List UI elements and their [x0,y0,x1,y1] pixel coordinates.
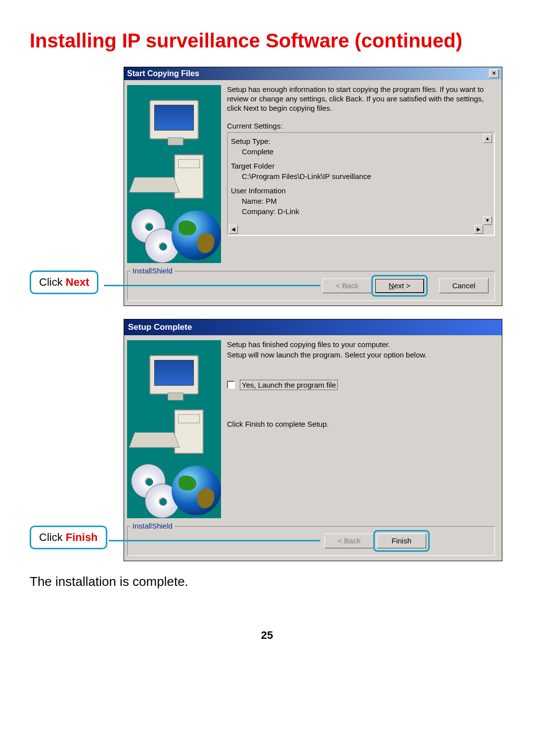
monitor-icon [149,100,199,139]
finish-label: Finish [392,536,411,545]
installer-graphic [127,85,221,263]
callout-finish: Click Finish [30,526,107,549]
close-icon[interactable]: × [489,69,499,78]
next-rest: ext > [394,281,410,290]
titlebar-start-copying: Start Copying Files × [124,67,502,80]
scroll-down-icon[interactable]: ▼ [483,216,492,225]
next-button[interactable]: Next > [375,278,424,293]
back-button[interactable]: < Back [324,534,374,548]
callout-col-next: Click Next [30,67,124,306]
intro-text: Setup has enough information to start co… [227,85,495,113]
monitor-icon [149,355,199,395]
scroll-right-icon[interactable]: ▶ [474,225,483,234]
keyboard-icon [129,177,179,192]
footer-text: The installation is complete. [30,574,504,589]
scroll-left-icon[interactable]: ◀ [229,225,238,234]
dialog1-body: Setup has enough information to start co… [124,80,502,266]
installer-graphic [127,340,221,518]
dialog2-body: Setup has finished copying files to your… [124,335,502,521]
user-info-label: User Information [231,185,480,196]
finish-button[interactable]: Finish [377,534,426,548]
cancel-button[interactable]: Cancel [439,278,489,293]
callout-finish-action: Finish [66,531,98,543]
next-underline: N [389,281,394,290]
dialog-start-copying: Start Copying Files × Setup has enough i… [124,67,502,306]
settings-label: Current Settings: [227,122,495,130]
scroll-up-icon[interactable]: ▲ [483,134,492,143]
title-text: Setup Complete [128,322,192,332]
scrollbar-vertical[interactable]: ▲ ▼ [483,134,493,225]
settings-inner: Setup Type: Complete Target Folder C:\Pr… [231,136,491,232]
callout-col-finish: Click Finish [30,319,124,561]
finish-hint: Click Finish to complete Setup. [227,420,495,428]
row-start-copying: Click Next Start Copying Files × Setup h… [30,67,504,306]
callout-finish-prefix: Click [39,531,66,543]
page-number: 25 [30,629,504,642]
target-folder-value: C:\Program Files\D-Link\IP surveillance [242,171,480,181]
title-text: Start Copying Files [127,69,199,78]
launch-checkbox-label: Yes, Launch the program file [240,380,338,390]
callout-next-prefix: Click [39,276,66,288]
launch-checkbox[interactable] [227,381,235,389]
globe-icon [172,211,221,260]
back-button[interactable]: < Back [322,278,372,293]
launch-checkbox-row: Yes, Launch the program file [227,380,495,390]
globe-icon [172,466,221,515]
callout-next: Click Next [30,270,98,294]
current-settings-box: Setup Type: Complete Target Folder C:\Pr… [227,132,495,236]
user-name: Name: PM [242,196,480,206]
row-setup-complete: Click Finish Setup Complete Setup has fi… [30,319,504,561]
setup-type-label: Setup Type: [231,136,480,146]
callout-line-finish [109,540,320,541]
callout-next-action: Next [66,276,89,288]
intro-line-2: Setup will now launch the program. Selec… [227,351,495,360]
target-folder-label: Target Folder [231,161,480,171]
installshield-legend: InstallShield [131,522,175,530]
installshield-legend: InstallShield [131,267,175,275]
keyboard-icon [129,432,179,447]
callout-line-next [104,285,320,286]
dialog-setup-complete: Setup Complete Setup has finished copyin… [124,319,502,561]
dialog2-content: Setup has finished copying files to your… [227,340,495,518]
setup-type-value: Complete [242,146,480,157]
dialog1-content: Setup has enough information to start co… [227,85,495,263]
titlebar-setup-complete: Setup Complete [124,319,502,335]
intro-line-1: Setup has finished copying files to your… [227,340,495,350]
user-company: Company: D-Link [242,206,480,217]
scrollbar-horizontal[interactable]: ◀ ▶ [229,225,483,234]
page-title: Installing IP surveillance Software (con… [30,30,504,52]
